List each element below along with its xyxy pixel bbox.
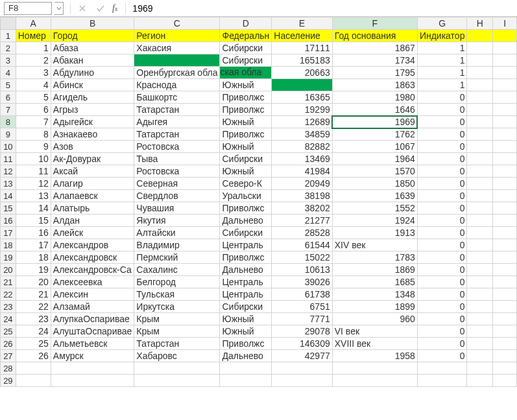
row-header[interactable]: 27	[1, 350, 16, 362]
cell[interactable]: Приволжс	[220, 91, 272, 104]
row-header[interactable]: 23	[1, 301, 16, 313]
cell[interactable]	[493, 165, 517, 178]
cell[interactable]: Адыгея	[134, 116, 220, 128]
cell[interactable]: 1552	[332, 202, 417, 215]
row-header[interactable]: 15	[1, 202, 16, 215]
cell[interactable]: 3	[16, 67, 51, 79]
cell[interactable]: Централь	[220, 276, 272, 288]
cell[interactable]: АлуштаОспаривае	[51, 325, 134, 338]
cell[interactable]: 0	[417, 215, 467, 227]
cell[interactable]: 0	[417, 251, 467, 264]
cell[interactable]: 11	[16, 165, 51, 178]
cell[interactable]	[134, 362, 220, 375]
cell[interactable]: 21	[16, 288, 51, 301]
cell[interactable]	[467, 239, 493, 251]
cell[interactable]: Дальнево	[220, 264, 272, 276]
cell[interactable]	[493, 375, 517, 387]
cell[interactable]	[467, 251, 493, 264]
cell[interactable]: 20949	[272, 178, 332, 190]
cell[interactable]: 15022	[272, 251, 332, 264]
cell[interactable]: Александровск-Са	[51, 264, 134, 276]
name-box[interactable]: F8	[4, 2, 52, 15]
cell[interactable]: 24	[16, 325, 51, 338]
cell[interactable]: 0	[417, 338, 467, 350]
cell[interactable]: 0	[417, 325, 467, 338]
row-header[interactable]: 29	[1, 375, 16, 387]
cell[interactable]: Абакан	[51, 54, 134, 67]
cell[interactable]: 1869	[332, 264, 417, 276]
row-header[interactable]: 28	[1, 362, 16, 375]
cell[interactable]	[467, 288, 493, 301]
cell[interactable]	[467, 227, 493, 239]
cell[interactable]: Население	[272, 30, 332, 42]
row-header[interactable]: 24	[1, 313, 16, 325]
cell[interactable]: 20663	[272, 67, 332, 79]
col-header-E[interactable]: E	[272, 18, 332, 30]
cell[interactable]: Татарстан	[134, 128, 220, 141]
name-box-dropdown[interactable]	[54, 2, 64, 15]
cell[interactable]: Южный	[220, 79, 272, 91]
cell[interactable]: Южный	[220, 165, 272, 178]
cell[interactable]: 165183	[272, 54, 332, 67]
col-header-I[interactable]: I	[493, 18, 517, 30]
cell[interactable]: Абинск	[51, 79, 134, 91]
cell[interactable]: 1924	[332, 215, 417, 227]
cell[interactable]: Южный	[220, 116, 272, 128]
cell[interactable]: 16	[16, 227, 51, 239]
row-header[interactable]: 8	[1, 116, 16, 128]
cell[interactable]: 4	[16, 79, 51, 91]
cell[interactable]	[493, 276, 517, 288]
row-header[interactable]: 22	[1, 288, 16, 301]
cell[interactable]: 960	[332, 313, 417, 325]
cell[interactable]: 146309	[272, 338, 332, 350]
cell[interactable]: Централь	[220, 239, 272, 251]
row-header[interactable]: 13	[1, 178, 16, 190]
cell[interactable]: Якутия	[134, 215, 220, 227]
cell[interactable]: 1969	[332, 116, 417, 128]
cell[interactable]	[467, 30, 493, 42]
cell[interactable]: 0	[417, 116, 467, 128]
cell[interactable]: Краснода	[134, 79, 220, 91]
cell[interactable]: Сибирски	[220, 301, 272, 313]
cell[interactable]	[493, 239, 517, 251]
cell[interactable]: Алдан	[51, 215, 134, 227]
cell[interactable]	[493, 91, 517, 104]
cell[interactable]: Северо-К	[220, 178, 272, 190]
cell[interactable]: Альметьевск	[51, 338, 134, 350]
cell[interactable]: Федеральн	[220, 30, 272, 42]
cell[interactable]: 20	[16, 276, 51, 288]
cell[interactable]: Александровск	[51, 251, 134, 264]
col-header-D[interactable]: D	[220, 18, 272, 30]
cell[interactable]: Тульская	[134, 288, 220, 301]
cell[interactable]	[467, 91, 493, 104]
cell[interactable]: Агрыз	[51, 104, 134, 116]
cell[interactable]: 1795	[332, 67, 417, 79]
cell[interactable]: Алексеевка	[51, 276, 134, 288]
cell[interactable]	[493, 79, 517, 91]
cell[interactable]	[467, 116, 493, 128]
cell[interactable]: 21277	[272, 215, 332, 227]
cell[interactable]	[467, 153, 493, 165]
cell[interactable]: 0	[417, 350, 467, 362]
cell[interactable]	[493, 338, 517, 350]
cell[interactable]	[467, 128, 493, 141]
cell[interactable]: Централь	[220, 288, 272, 301]
cell[interactable]: 0	[417, 91, 467, 104]
cell[interactable]	[16, 362, 51, 375]
cell[interactable]: 14	[16, 202, 51, 215]
cell[interactable]	[51, 375, 134, 387]
row-header[interactable]: 6	[1, 91, 16, 104]
cell[interactable]	[134, 54, 220, 67]
cell[interactable]: 19	[16, 264, 51, 276]
cell[interactable]: Амурск	[51, 350, 134, 362]
cell[interactable]: 1	[417, 67, 467, 79]
cell[interactable]: Адыгейск	[51, 116, 134, 128]
cell[interactable]: Сибирски	[220, 227, 272, 239]
cell[interactable]	[467, 67, 493, 79]
cell[interactable]	[467, 276, 493, 288]
cell[interactable]	[272, 375, 332, 387]
cell[interactable]: Сибирски	[220, 42, 272, 54]
cell[interactable]: 1850	[332, 178, 417, 190]
cell[interactable]: 1	[417, 42, 467, 54]
cell[interactable]	[467, 54, 493, 67]
